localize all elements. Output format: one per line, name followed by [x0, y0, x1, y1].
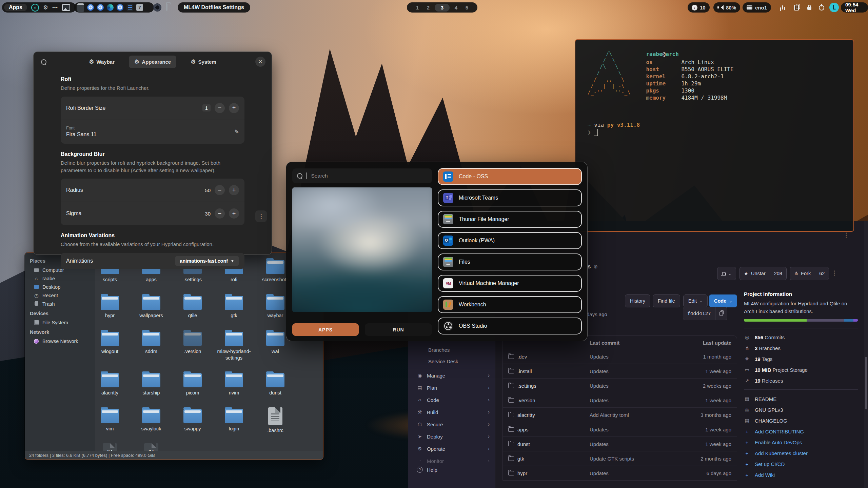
code-button[interactable]: Code⌄ — [709, 294, 737, 307]
table-row[interactable]: hypr Updates 6 days ago — [503, 466, 737, 480]
app-list-item[interactable]: Thunar File Manager — [438, 211, 582, 228]
run-tab-button[interactable]: RUN — [365, 323, 432, 336]
project-doc-link[interactable]: ⚖ GNU GPLv3 — [744, 404, 858, 415]
file-item[interactable]: wallpapers — [131, 293, 172, 329]
tab-waybar[interactable]: ⚙ Waybar — [83, 56, 120, 68]
repo-kebab-icon[interactable]: ⋮ — [831, 269, 837, 277]
search-icon[interactable] — [41, 59, 46, 65]
updates-module[interactable]: ↓ 10 — [688, 2, 710, 13]
file-item[interactable]: ml4w-hyprland-settings — [213, 329, 255, 370]
apps-menu-button[interactable]: Apps — [4, 4, 27, 11]
tab-appearance[interactable]: ⚙ Appearance — [129, 56, 176, 68]
project-action-link[interactable]: + Set up CI/CD — [744, 459, 858, 469]
animations-dropdown[interactable]: animations-fast.conf ▼ — [175, 256, 239, 266]
file-item[interactable]: swaylock — [131, 406, 172, 442]
commit-message[interactable]: Updates — [590, 354, 687, 360]
star-count[interactable]: 208 — [770, 267, 786, 280]
ai-assistant-icon[interactable]: ai — [31, 4, 39, 12]
history-button[interactable]: History — [625, 294, 650, 307]
taskbar-icon[interactable] — [126, 4, 133, 11]
ml4w-logo-icon[interactable]: L — [829, 3, 839, 12]
app-list-item[interactable]: Microsoft Teams — [438, 189, 582, 206]
power-icon[interactable] — [819, 5, 824, 11]
sidebar-item[interactable]: Service Desk — [408, 356, 495, 367]
project-stat[interactable]: ⋔ 2 Branches — [744, 343, 858, 353]
sidebar-item[interactable]: ‹› Code › — [408, 394, 495, 405]
system-monitor-icon[interactable] — [782, 5, 783, 9]
file-item[interactable]: vim — [89, 406, 131, 442]
fork-button[interactable]: ⋔Fork 62 — [790, 267, 829, 280]
file-item[interactable]: login — [213, 406, 255, 442]
file-name[interactable]: gtk — [517, 456, 524, 462]
more-options-icon[interactable]: ••• — [52, 5, 58, 10]
table-row[interactable]: .settings Updates 2 weeks ago — [503, 378, 737, 393]
file-item[interactable]: .version — [172, 329, 213, 370]
chromium-icon[interactable] — [153, 3, 161, 12]
clipboard-icon[interactable] — [794, 5, 799, 11]
file-name[interactable]: alacritty — [517, 412, 535, 418]
commit-message[interactable]: Update GTK scripts — [590, 456, 687, 462]
file-name[interactable]: apps — [517, 427, 529, 432]
file-item[interactable]: starship — [131, 370, 172, 406]
unstar-button[interactable]: ★Unstar 208 — [739, 267, 787, 280]
folder-icon[interactable] — [166, 4, 167, 11]
language-bar[interactable] — [744, 319, 858, 322]
edit-button[interactable]: Edit⌄ — [683, 294, 708, 307]
project-action-link[interactable]: + Add Wiki — [744, 469, 858, 480]
sidebar-item[interactable]: ⚙ Operate › — [408, 443, 495, 454]
file-item[interactable]: qtile — [172, 293, 213, 329]
sigma-value[interactable]: 30 — [205, 211, 211, 217]
commit-message[interactable]: Updates — [590, 427, 687, 432]
table-row[interactable]: gtk Update GTK scripts 2 months ago — [503, 451, 737, 466]
commit-message[interactable]: Updates — [590, 470, 687, 476]
sidebar-item[interactable]: ➤ Deploy › — [408, 431, 495, 442]
taskbar-icon[interactable] — [107, 4, 114, 11]
sidebar-item[interactable]: ◉ Manage › — [408, 370, 495, 381]
project-action-link[interactable]: + Add CONTRIBUTING — [744, 426, 858, 437]
file-item[interactable]: swappy — [172, 406, 213, 442]
sidebar-item[interactable]: ⚒ Build › — [408, 407, 495, 418]
copy-icon[interactable] — [715, 307, 727, 320]
taskbar-icon[interactable] — [117, 4, 123, 11]
file-name[interactable]: dunst — [517, 441, 530, 447]
file-item[interactable]: alacritty — [89, 370, 131, 406]
clock-module[interactable]: 09:54 Wed — [841, 2, 868, 13]
file-item[interactable]: hypr — [89, 293, 131, 329]
close-icon[interactable]: ✕ — [255, 57, 265, 67]
app-list-item[interactable]: Virtual Machine Manager — [438, 275, 582, 292]
decrement-button[interactable]: − — [215, 208, 225, 219]
kebab-menu-button[interactable]: ⋮ — [255, 210, 267, 222]
table-row[interactable]: apps Updates 1 week ago — [503, 422, 737, 436]
page-scrollbar[interactable] — [864, 221, 868, 488]
table-row[interactable]: .version Updates 1 week ago — [503, 393, 737, 407]
lock-icon[interactable] — [807, 7, 811, 10]
workspace-button[interactable]: 2 — [424, 5, 433, 11]
file-item[interactable]: sddm — [131, 329, 172, 370]
file-item[interactable]: wlogout — [89, 329, 131, 370]
project-stat[interactable]: ❖ 19 Tags — [744, 353, 858, 364]
taskbar-icon[interactable] — [97, 4, 104, 11]
sidebar-item[interactable]: ▤ Plan › — [408, 382, 495, 393]
notifications-button[interactable]: ⌄ — [717, 267, 736, 280]
file-item[interactable]: picom — [172, 370, 213, 406]
fork-count[interactable]: 62 — [815, 267, 829, 280]
file-name[interactable]: .settings — [517, 383, 536, 389]
commit-message[interactable]: Updates — [590, 368, 687, 374]
taskbar-icon[interactable] — [87, 4, 94, 11]
decrement-button[interactable]: − — [215, 103, 225, 113]
find-file-button[interactable]: Find file — [653, 294, 680, 307]
commit-message[interactable]: Updates — [590, 398, 687, 403]
increment-button[interactable]: + — [229, 185, 239, 195]
volume-module[interactable]: 80% — [713, 2, 740, 13]
commit-message[interactable]: Updates — [590, 383, 687, 389]
workspace-button[interactable]: 3 — [435, 4, 450, 12]
commit-message[interactable]: Add Alacritty toml — [590, 412, 687, 418]
project-doc-link[interactable]: ▤ CHANGELOG — [744, 415, 858, 426]
decrement-button[interactable]: − — [215, 185, 225, 195]
edit-pencil-icon[interactable]: ✎ — [235, 128, 239, 135]
project-doc-link[interactable]: ▤ README — [744, 393, 858, 404]
project-stat[interactable]: ▭ 10 MiB Project Storage — [744, 364, 858, 375]
table-row[interactable]: dunst Updates 1 week ago — [503, 436, 737, 451]
taskbar-icon[interactable] — [77, 3, 84, 12]
sidebar-item[interactable]: ☖ Secure › — [408, 419, 495, 430]
